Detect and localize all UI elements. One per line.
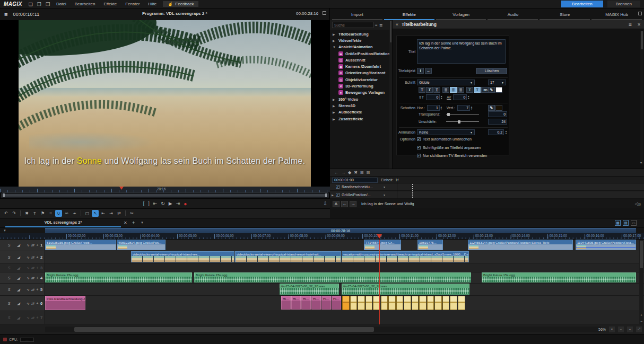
clip-video[interactable]: videoblocks-aerial-view-of-tropical-isla… bbox=[235, 251, 341, 262]
font-color-swatch[interactable] bbox=[495, 87, 502, 93]
sort-tree-icon[interactable]: ≣ bbox=[379, 23, 383, 28]
text-cursor-icon[interactable]: I bbox=[417, 68, 424, 74]
hscroll-thumb[interactable] bbox=[74, 327, 374, 332]
clip-audio[interactable]: tts-25-04-2025-08_32_28.wav bbox=[280, 284, 339, 295]
solo-icon[interactable]: S bbox=[7, 302, 11, 305]
kf-prev-icon[interactable]: ← bbox=[334, 170, 338, 175]
keyframe-timecode[interactable]: 00:00:01:00 bbox=[332, 178, 378, 183]
solo-icon[interactable]: S bbox=[7, 276, 11, 280]
bold-button[interactable]: T bbox=[419, 87, 425, 93]
keyframe-row-0[interactable]: ✓Randbeschneidu...▼ bbox=[330, 183, 644, 191]
clip-title-cell[interactable] bbox=[388, 296, 396, 310]
jump-start-icon[interactable]: ⇤ bbox=[153, 201, 158, 206]
mouse-mode-single-icon[interactable]: ⇤ bbox=[100, 210, 107, 217]
object-label-button[interactable]: A bbox=[333, 201, 340, 207]
clip-audio[interactable]: tts-25-04-2025-08_32_28.wav bbox=[342, 284, 469, 295]
open-file-icon[interactable]: ❐ bbox=[37, 2, 41, 7]
fade-icon[interactable]: ◢ bbox=[17, 276, 20, 280]
clip-title-cell-selected[interactable] bbox=[342, 296, 350, 310]
track-lane-6[interactable]: Intro Randbeschneidung-Aus...Hi...Hi...H… bbox=[45, 296, 644, 311]
fx-tree-item-zusatzeffekte[interactable]: ▶Zusatzeffekte bbox=[330, 116, 392, 122]
expander-icon[interactable]: ▶ bbox=[332, 193, 336, 197]
clip-title-cell[interactable] bbox=[358, 296, 365, 310]
clip-title-cell[interactable] bbox=[442, 296, 449, 310]
scrubber-bar[interactable] bbox=[3, 194, 327, 197]
curve-icon[interactable]: ∿ bbox=[26, 243, 29, 247]
clip-title[interactable]: Intro Randbeschneidung-Aus... bbox=[45, 296, 85, 310]
clip-title-cell[interactable] bbox=[412, 296, 419, 310]
tab-vorlagen[interactable]: Vorlagen bbox=[436, 11, 486, 20]
zoom-out-icon[interactable]: − bbox=[618, 327, 624, 332]
track-lane-7[interactable] bbox=[45, 311, 644, 324]
clip-title[interactable]: Hi... bbox=[291, 296, 301, 310]
delete-title-button[interactable]: Löschen bbox=[476, 68, 507, 74]
solo-icon[interactable]: S bbox=[7, 243, 11, 247]
ruler-playhead-marker[interactable] bbox=[377, 234, 382, 239]
hamburger-menu-icon[interactable]: ≡ bbox=[4, 11, 7, 17]
clip-audio[interactable]: Bright Future 15s.ogg bbox=[482, 272, 636, 283]
solo-icon[interactable]: S bbox=[7, 255, 11, 259]
plus-icon[interactable]: + bbox=[36, 302, 39, 305]
project-list-chevron-icon[interactable]: ▼ bbox=[141, 221, 144, 224]
clip-image[interactable]: 510035935.jpeg Größe/Positi... bbox=[45, 240, 116, 250]
save-file-icon[interactable]: ❒ bbox=[46, 2, 50, 7]
spinner-icon[interactable]: ▲▼ bbox=[471, 106, 473, 109]
keyframe-row-1[interactable]: ▶✓Größe/Position/...▼ bbox=[330, 191, 644, 199]
tracks-vertical-scrollbar[interactable]: +− bbox=[639, 240, 643, 324]
mode-storyboard-icon[interactable]: ▦ bbox=[615, 220, 621, 226]
fade-icon[interactable]: ◢ bbox=[17, 316, 20, 320]
preview-mini-ruler[interactable]: 28:16 bbox=[0, 187, 330, 192]
panel-close-icon[interactable]: ✕ bbox=[637, 22, 641, 27]
transition-icon[interactable]: ⇄ bbox=[31, 276, 34, 280]
option-row-2[interactable]: ✓Nur sichtbaren TV-Bereich verwenden bbox=[417, 153, 487, 158]
timeline-playhead[interactable] bbox=[379, 240, 380, 324]
panel-menu-icon[interactable]: ≣ bbox=[629, 22, 632, 27]
marker-icon[interactable]: ⚑ bbox=[39, 210, 46, 217]
clip-title-cell[interactable] bbox=[404, 296, 411, 310]
range-end-icon[interactable]: ] bbox=[148, 201, 150, 206]
preview-scrubber[interactable] bbox=[1, 192, 329, 198]
fx-tree-item-orientierung-horizont[interactable]: ⊚Orientierung/Horizont bbox=[330, 70, 392, 76]
blur-value[interactable]: 24 bbox=[488, 119, 507, 125]
fx-tree-item-stereo3d[interactable]: ▶Stereo3D bbox=[330, 102, 392, 109]
shadow-color-picker-icon[interactable]: ✎ bbox=[488, 105, 495, 111]
timeline-overview[interactable]: ▼ 00:00:28:16 bbox=[0, 228, 644, 233]
undo-icon[interactable]: ↶ bbox=[3, 210, 10, 217]
font-select[interactable]: Gidole▼ bbox=[417, 80, 475, 85]
curve-icon[interactable]: ∿ bbox=[26, 316, 29, 320]
tab-effekte[interactable]: Effekte bbox=[384, 11, 434, 20]
fx-tree-item-videoeffekte[interactable]: ▶Videoeffekte bbox=[330, 37, 392, 43]
loop-icon[interactable]: ↻ bbox=[161, 201, 165, 206]
checkbox-icon[interactable]: ✓ bbox=[417, 146, 421, 149]
fade-icon[interactable]: ◢ bbox=[17, 288, 20, 292]
transition-icon[interactable]: ⇄ bbox=[31, 243, 34, 247]
kf-paste-icon[interactable]: ⊟ bbox=[367, 170, 370, 175]
track-lane-1[interactable]: 510035935.jpeg Größe/Positi...498322814.… bbox=[45, 240, 644, 251]
title-text-area[interactable]: Ich lag in der Sonne und Wolfgang las se… bbox=[417, 39, 506, 64]
clip-title[interactable]: Hi... bbox=[281, 296, 291, 310]
clip-title-cell[interactable] bbox=[427, 296, 434, 310]
sort-list-icon[interactable]: ≡ bbox=[375, 23, 378, 28]
clip-title[interactable]: Hi... bbox=[301, 296, 311, 310]
transition-icon[interactable]: ⇄ bbox=[31, 266, 34, 270]
clip-video[interactable]: videoblocks-aerial-view-of-tropical-isla… bbox=[131, 251, 234, 262]
transparency-value[interactable]: 0 bbox=[488, 111, 507, 117]
kf-copy-icon[interactable]: ⊞ bbox=[360, 170, 364, 175]
monitor-speaker-icon[interactable]: ◁))) bbox=[635, 201, 641, 206]
clip-title[interactable]: Hi... bbox=[332, 296, 341, 310]
prev-object-button[interactable]: ← bbox=[341, 201, 348, 207]
object-grab-icon[interactable]: ▢ bbox=[84, 210, 91, 217]
solo-icon[interactable]: S bbox=[7, 316, 11, 320]
blur-slider[interactable] bbox=[446, 121, 479, 122]
editor-scrollbar[interactable]: ▾ bbox=[640, 31, 643, 164]
fx-tree-item-gr-e-position-rotation[interactable]: ⊞Größe/Position/Rotation bbox=[330, 50, 392, 57]
close-project-icon[interactable]: ✕ bbox=[124, 220, 127, 225]
checkbox-icon[interactable]: ✓ bbox=[417, 154, 421, 157]
transition-icon[interactable]: ⇄ bbox=[31, 302, 34, 305]
timeline-ruler[interactable]: 00:00:02:0000:00:03:0000:00:04:0000:00:0… bbox=[0, 233, 644, 240]
plus-icon[interactable]: + bbox=[36, 316, 39, 320]
kf-next-icon[interactable]: → bbox=[341, 170, 345, 175]
line-spacing-input[interactable]: 0 bbox=[426, 94, 440, 100]
mouse-mode-stretch-icon[interactable]: ⇥ bbox=[108, 210, 115, 217]
new-file-icon[interactable]: ❏ bbox=[29, 2, 33, 7]
